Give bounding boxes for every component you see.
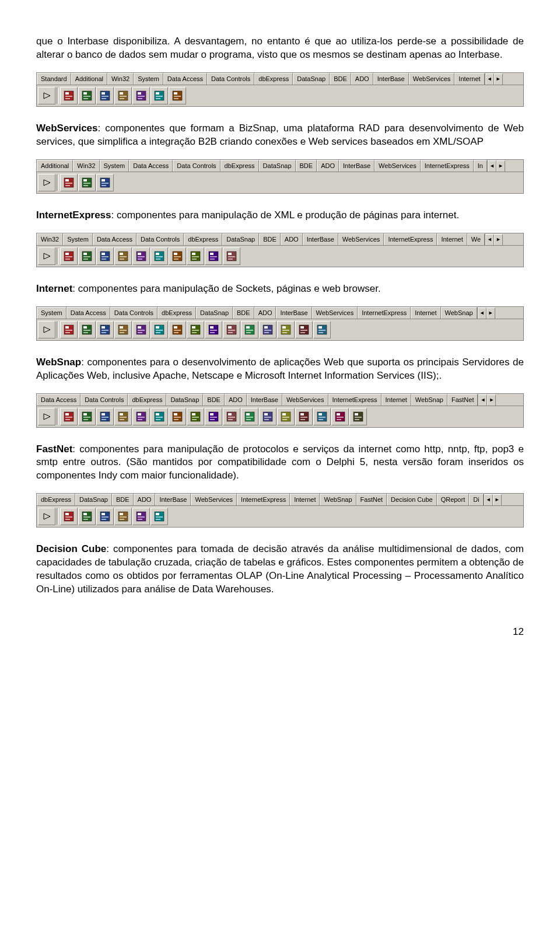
palette-tab[interactable]: Data Access bbox=[129, 160, 173, 172]
palette-tab[interactable]: WebServices bbox=[282, 394, 328, 406]
palette-tab[interactable]: dbExpress bbox=[254, 73, 293, 85]
palette-tab[interactable]: Win32 bbox=[37, 233, 63, 245]
palette-tab[interactable]: Data Controls bbox=[80, 394, 128, 406]
component-icon[interactable] bbox=[295, 321, 313, 338]
palette-tab[interactable]: ADO bbox=[351, 73, 373, 85]
palette-tab[interactable]: BDE bbox=[296, 160, 317, 172]
component-icon[interactable] bbox=[169, 247, 186, 265]
palette-tab[interactable]: System bbox=[134, 73, 163, 85]
component-icon[interactable] bbox=[150, 321, 168, 338]
palette-tab[interactable]: Data Controls bbox=[173, 160, 220, 172]
component-icon[interactable] bbox=[259, 408, 276, 425]
palette-tab[interactable]: ADO bbox=[254, 307, 276, 319]
palette-tab[interactable]: InternetExpress bbox=[237, 494, 290, 505]
component-icon[interactable] bbox=[132, 87, 150, 104]
component-icon[interactable] bbox=[96, 87, 114, 104]
component-icon[interactable] bbox=[132, 508, 150, 525]
pointer-tool-icon[interactable] bbox=[38, 247, 55, 265]
palette-tab[interactable]: ADO bbox=[225, 394, 247, 406]
palette-tab[interactable]: dbExpress bbox=[37, 494, 75, 505]
palette-tab[interactable]: Decision Cube bbox=[387, 494, 437, 506]
palette-tab[interactable]: InterBase bbox=[303, 233, 338, 245]
palette-tab[interactable]: Data Access bbox=[66, 307, 110, 319]
pointer-tool-icon[interactable] bbox=[38, 174, 55, 191]
component-icon[interactable] bbox=[169, 321, 186, 338]
component-icon[interactable] bbox=[169, 408, 186, 425]
palette-tab[interactable]: Internet bbox=[454, 73, 484, 85]
component-icon[interactable] bbox=[223, 321, 240, 338]
component-icon[interactable] bbox=[150, 247, 168, 265]
tab-scroll-right-icon[interactable]: ► bbox=[487, 308, 495, 319]
palette-tab[interactable]: Internet bbox=[382, 394, 411, 406]
tab-scroll-left-icon[interactable]: ◄ bbox=[485, 234, 494, 246]
palette-tab[interactable]: System bbox=[37, 307, 66, 319]
palette-tab[interactable]: InterBase bbox=[155, 494, 191, 505]
palette-tab[interactable]: Data Controls bbox=[207, 73, 254, 85]
palette-tab[interactable]: dbExpress bbox=[184, 233, 222, 245]
component-icon[interactable] bbox=[96, 321, 114, 338]
component-icon[interactable] bbox=[205, 321, 222, 338]
palette-tab[interactable]: Internet bbox=[411, 307, 440, 319]
component-icon[interactable] bbox=[169, 87, 186, 104]
palette-tab[interactable]: InterBase bbox=[339, 160, 374, 172]
component-icon[interactable] bbox=[187, 408, 204, 425]
component-icon[interactable] bbox=[114, 508, 132, 525]
component-icon[interactable] bbox=[295, 408, 313, 425]
palette-tab[interactable]: dbExpress bbox=[220, 160, 259, 172]
palette-tab[interactable]: BDE bbox=[203, 394, 225, 406]
palette-tab[interactable]: Win32 bbox=[107, 73, 134, 85]
palette-tab[interactable]: WebServices bbox=[374, 160, 421, 172]
palette-tab[interactable]: Data Access bbox=[37, 394, 80, 406]
palette-tab[interactable]: BDE bbox=[259, 233, 281, 245]
component-icon[interactable] bbox=[313, 321, 331, 338]
component-icon[interactable] bbox=[132, 247, 150, 265]
palette-tab[interactable]: Internet bbox=[290, 494, 320, 505]
palette-tab[interactable]: dbExpress bbox=[128, 394, 166, 406]
component-icon[interactable] bbox=[205, 247, 222, 265]
palette-tab[interactable]: WebServices bbox=[191, 494, 237, 505]
tab-scroll-right-icon[interactable]: ► bbox=[494, 74, 503, 85]
palette-tab[interactable]: Di bbox=[469, 494, 483, 505]
palette-tab[interactable]: WebSnap bbox=[441, 307, 477, 319]
component-icon[interactable] bbox=[277, 408, 295, 425]
palette-tab[interactable]: InternetExpress bbox=[421, 160, 474, 172]
component-icon[interactable] bbox=[114, 408, 132, 425]
palette-tab[interactable]: Standard bbox=[37, 73, 71, 85]
palette-tab[interactable]: WebServices bbox=[409, 73, 455, 85]
component-icon[interactable] bbox=[241, 321, 258, 338]
component-icon[interactable] bbox=[259, 321, 276, 338]
tab-scroll-left-icon[interactable]: ◄ bbox=[478, 308, 487, 319]
palette-tab[interactable]: Data Controls bbox=[136, 233, 184, 245]
component-icon[interactable] bbox=[60, 247, 78, 265]
component-icon[interactable] bbox=[96, 508, 114, 525]
palette-tab[interactable]: FastNet bbox=[356, 494, 387, 505]
component-icon[interactable] bbox=[349, 408, 367, 425]
palette-tab[interactable]: dbExpress bbox=[158, 307, 196, 319]
palette-tab[interactable]: InterBase bbox=[247, 394, 282, 406]
palette-tab[interactable]: In bbox=[474, 160, 487, 172]
component-icon[interactable] bbox=[114, 321, 132, 338]
pointer-tool-icon[interactable] bbox=[38, 508, 55, 525]
palette-tab[interactable]: Data Access bbox=[163, 73, 207, 85]
palette-tab[interactable]: WebSnap bbox=[320, 494, 356, 505]
component-icon[interactable] bbox=[60, 87, 78, 104]
palette-tab[interactable]: WebServices bbox=[312, 307, 358, 319]
component-icon[interactable] bbox=[150, 87, 168, 104]
palette-tab[interactable]: InternetExpress bbox=[384, 233, 437, 245]
palette-tab[interactable]: BDE bbox=[112, 494, 134, 505]
palette-tab[interactable]: InternetExpress bbox=[328, 394, 382, 406]
pointer-tool-icon[interactable] bbox=[38, 408, 55, 425]
tab-scroll-right-icon[interactable]: ► bbox=[496, 160, 505, 172]
component-icon[interactable] bbox=[78, 247, 96, 265]
palette-tab[interactable]: InterBase bbox=[276, 307, 312, 319]
component-icon[interactable] bbox=[223, 247, 240, 265]
component-icon[interactable] bbox=[132, 408, 150, 425]
component-icon[interactable] bbox=[96, 247, 114, 265]
palette-tab[interactable]: Internet bbox=[437, 233, 467, 246]
palette-tab[interactable]: BDE bbox=[233, 307, 254, 319]
palette-tab[interactable]: InterBase bbox=[373, 73, 409, 85]
palette-tab[interactable]: ADO bbox=[134, 494, 156, 505]
tab-scroll-right-icon[interactable]: ► bbox=[487, 394, 496, 406]
palette-tab[interactable]: Win32 bbox=[73, 160, 99, 172]
component-icon[interactable] bbox=[60, 174, 78, 191]
